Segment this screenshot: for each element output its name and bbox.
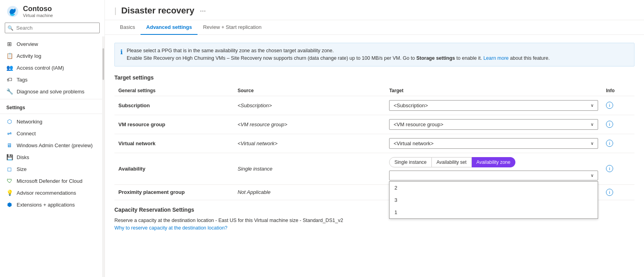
tab-basics[interactable]: Basics [114,20,141,35]
sidebar-item-overview[interactable]: ⊞ Overview [0,38,102,50]
sidebar-item-windows-admin[interactable]: 🖥 Windows Admin Center (preview) [0,139,102,151]
sidebar-label-tags: Tags [17,77,27,83]
shield-icon: 🛡 [6,178,13,184]
avail-availability-set-btn[interactable]: Availability set [432,157,472,167]
app-subtitle: Virtual machine [23,13,53,18]
avail-zone-menu: 2 3 1 [389,181,598,219]
sidebar-item-access-control[interactable]: 👥 Access control (IAM) [0,62,102,74]
subscription-dropdown-value: <Subscription> [393,102,428,108]
app-logo [6,5,19,18]
avail-zone-option-1[interactable]: 1 [389,206,598,218]
size-icon: ◻ [6,166,13,172]
avail-zone-option-3[interactable]: 3 [389,194,598,206]
subscription-info-btn[interactable]: i [606,102,613,109]
col-header-source: Source [234,85,385,96]
doc-icon: 📋 [6,53,13,59]
availability-source: Single instance [237,166,272,172]
avail-zone-chevron: ∨ [591,173,594,178]
vnet-label: Virtual network [118,140,156,146]
table-header-row: General settings Source Target Info [114,85,635,96]
row-virtual-network: Virtual network <Virtual network> <Virtu… [114,134,635,153]
vnet-dropdown-value: <Virtual network> [393,140,433,146]
availability-info-btn[interactable]: i [606,165,613,172]
header-divider: | [114,6,116,15]
availability-label: Availability [118,166,145,172]
avail-zone-dropdown[interactable]: ∨ [389,171,598,180]
proximity-source: Not Applicable [237,189,270,195]
capacity-link[interactable]: Why to reserve capacity at the destinati… [114,225,228,231]
sidebar-item-networking[interactable]: ⬡ Networking [0,116,102,127]
vm-resource-dropdown[interactable]: <VM resource group> ∨ [389,119,598,130]
vm-resource-source: <VM resource group> [237,121,287,127]
tab-advanced-settings[interactable]: Advanced settings [141,20,198,35]
proximity-info-btn[interactable]: i [606,189,613,196]
proximity-label: Proximity placement group [118,189,185,195]
admin-icon: 🖥 [6,142,13,148]
network-icon: ⬡ [6,118,13,125]
banner-text: Please select a PPG that is in the same … [127,47,550,62]
vm-resource-label: VM resource group [118,121,165,127]
info-banner: ℹ Please select a PPG that is in the sam… [114,43,635,66]
sidebar-header: Contoso Virtual machine [0,0,104,21]
app-name: Contoso [23,5,53,13]
sidebar-item-diagnose[interactable]: 🔧 Diagnose and solve problems [0,85,102,97]
sidebar-label-overview: Overview [17,41,38,47]
sidebar-item-connect[interactable]: ⇌ Connect [0,127,102,139]
sidebar-item-advisor[interactable]: 💡 Advisor recommendations [0,187,102,199]
sidebar-label-advisor: Advisor recommendations [17,190,76,196]
vm-resource-info-btn[interactable]: i [606,121,613,128]
sidebar-title-block: Contoso Virtual machine [23,5,53,18]
sidebar-scroll-thumb [103,48,104,80]
col-header-general: General settings [114,85,234,96]
avail-single-instance-btn[interactable]: Single instance [389,157,431,167]
sidebar-label-defender: Microsoft Defender for Cloud [17,178,82,184]
sidebar-item-defender[interactable]: 🛡 Microsoft Defender for Cloud [0,175,102,187]
info-icon: ℹ [120,47,123,62]
subscription-label: Subscription [118,102,150,108]
subscription-dropdown[interactable]: <Subscription> ∨ [389,100,598,111]
sidebar-scroll-track [102,36,104,277]
avail-availability-zone-btn[interactable]: Availability zone [472,157,516,167]
sidebar-item-tags[interactable]: 🏷 Tags [0,74,102,85]
learn-more-link[interactable]: Learn more [483,55,509,61]
vnet-dropdown[interactable]: <Virtual network> ∨ [389,138,598,149]
sidebar: Contoso Virtual machine 🔍 ⊞ Overview 📋 A… [0,0,105,277]
search-icon: 🔍 [8,25,13,31]
subscription-dropdown-chevron: ∨ [591,103,594,108]
page-title: Disaster recovery [121,6,194,16]
vnet-dropdown-chevron: ∨ [591,141,594,146]
wrench-icon: 🔧 [6,88,13,95]
search-input[interactable] [5,23,100,33]
main-content: | Disaster recovery ··· Basics Advanced … [105,0,644,277]
vm-resource-dropdown-value: <VM resource group> [393,121,443,127]
col-header-target: Target [385,85,602,96]
target-settings-section: Target settings General settings Source … [114,74,635,200]
sidebar-item-activity-log[interactable]: 📋 Activity log [0,50,102,62]
sidebar-label-networking: Networking [17,119,42,125]
vnet-info-btn[interactable]: i [606,140,613,147]
sidebar-label-activity-log: Activity log [17,53,41,59]
more-button[interactable]: ··· [198,6,208,16]
ext-icon: ⬢ [6,201,13,208]
avail-zone-dropdown-container: ∨ 2 3 1 [389,171,598,180]
advisor-icon: 💡 [6,190,13,196]
sidebar-label-windows-admin: Windows Admin Center (preview) [17,142,93,148]
main-scroll-area: ℹ Please select a PPG that is in the sam… [105,35,644,277]
tab-review[interactable]: Review + Start replication [198,20,267,35]
sidebar-label-diagnose: Diagnose and solve problems [17,89,84,95]
vnet-source: <Virtual network> [237,140,277,146]
subscription-source: <Subscription> [237,102,272,108]
settings-table: General settings Source Target Info Subs… [114,85,635,200]
nav-divider-2 [0,114,102,114]
sidebar-item-extensions[interactable]: ⬢ Extensions + applications [0,199,102,211]
sidebar-label-extensions: Extensions + applications [17,202,75,208]
sidebar-label-size: Size [17,166,27,172]
row-subscription: Subscription <Subscription> <Subscriptio… [114,96,635,115]
tag-icon: 🏷 [6,76,13,83]
target-settings-title: Target settings [114,74,635,81]
sidebar-item-size[interactable]: ◻ Size [0,163,102,175]
sidebar-item-disks[interactable]: 💾 Disks [0,151,102,163]
people-icon: 👥 [6,65,13,71]
avail-zone-option-2[interactable]: 2 [389,182,598,194]
search-container: 🔍 [5,23,100,33]
